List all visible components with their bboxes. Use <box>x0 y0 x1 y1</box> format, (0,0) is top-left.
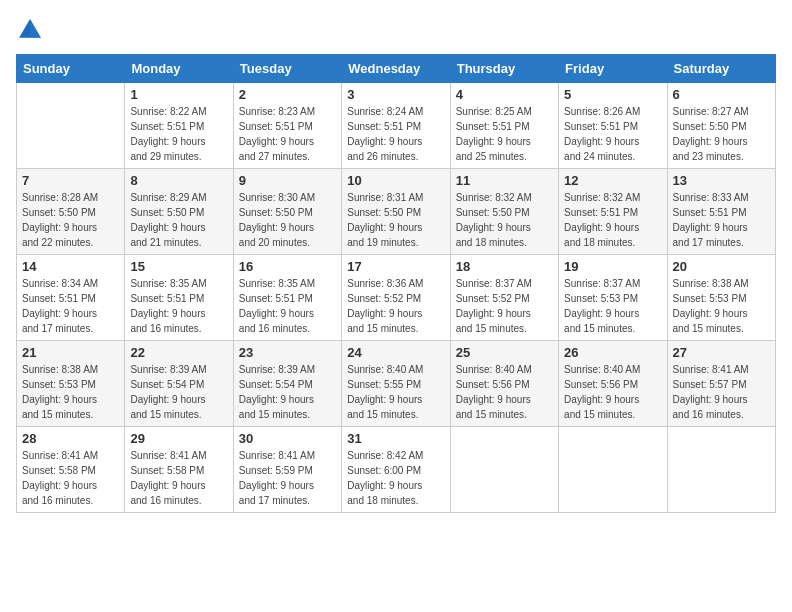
day-info: Sunrise: 8:25 AMSunset: 5:51 PMDaylight:… <box>456 104 553 164</box>
day-number: 19 <box>564 259 661 274</box>
day-number: 7 <box>22 173 119 188</box>
day-info: Sunrise: 8:42 AMSunset: 6:00 PMDaylight:… <box>347 448 444 508</box>
day-info: Sunrise: 8:35 AMSunset: 5:51 PMDaylight:… <box>239 276 336 336</box>
day-number: 13 <box>673 173 770 188</box>
day-number: 11 <box>456 173 553 188</box>
day-number: 1 <box>130 87 227 102</box>
header-cell-thursday: Thursday <box>450 55 558 83</box>
day-number: 3 <box>347 87 444 102</box>
day-number: 23 <box>239 345 336 360</box>
calendar-week-row: 14Sunrise: 8:34 AMSunset: 5:51 PMDayligh… <box>17 255 776 341</box>
day-number: 18 <box>456 259 553 274</box>
calendar-cell <box>450 427 558 513</box>
day-info: Sunrise: 8:32 AMSunset: 5:50 PMDaylight:… <box>456 190 553 250</box>
day-number: 27 <box>673 345 770 360</box>
day-info: Sunrise: 8:40 AMSunset: 5:56 PMDaylight:… <box>456 362 553 422</box>
calendar-cell: 13Sunrise: 8:33 AMSunset: 5:51 PMDayligh… <box>667 169 775 255</box>
calendar-cell: 18Sunrise: 8:37 AMSunset: 5:52 PMDayligh… <box>450 255 558 341</box>
day-number: 5 <box>564 87 661 102</box>
calendar-table: SundayMondayTuesdayWednesdayThursdayFrid… <box>16 54 776 513</box>
day-info: Sunrise: 8:26 AMSunset: 5:51 PMDaylight:… <box>564 104 661 164</box>
day-info: Sunrise: 8:41 AMSunset: 5:57 PMDaylight:… <box>673 362 770 422</box>
calendar-cell: 8Sunrise: 8:29 AMSunset: 5:50 PMDaylight… <box>125 169 233 255</box>
calendar-cell: 19Sunrise: 8:37 AMSunset: 5:53 PMDayligh… <box>559 255 667 341</box>
day-number: 24 <box>347 345 444 360</box>
calendar-header-row: SundayMondayTuesdayWednesdayThursdayFrid… <box>17 55 776 83</box>
calendar-cell: 7Sunrise: 8:28 AMSunset: 5:50 PMDaylight… <box>17 169 125 255</box>
calendar-cell: 5Sunrise: 8:26 AMSunset: 5:51 PMDaylight… <box>559 83 667 169</box>
day-info: Sunrise: 8:41 AMSunset: 5:58 PMDaylight:… <box>130 448 227 508</box>
logo <box>16 16 48 44</box>
day-number: 4 <box>456 87 553 102</box>
day-info: Sunrise: 8:30 AMSunset: 5:50 PMDaylight:… <box>239 190 336 250</box>
day-info: Sunrise: 8:28 AMSunset: 5:50 PMDaylight:… <box>22 190 119 250</box>
day-number: 31 <box>347 431 444 446</box>
day-number: 16 <box>239 259 336 274</box>
calendar-cell: 4Sunrise: 8:25 AMSunset: 5:51 PMDaylight… <box>450 83 558 169</box>
calendar-cell: 28Sunrise: 8:41 AMSunset: 5:58 PMDayligh… <box>17 427 125 513</box>
calendar-cell: 11Sunrise: 8:32 AMSunset: 5:50 PMDayligh… <box>450 169 558 255</box>
page-header <box>16 16 776 44</box>
calendar-cell: 14Sunrise: 8:34 AMSunset: 5:51 PMDayligh… <box>17 255 125 341</box>
day-info: Sunrise: 8:38 AMSunset: 5:53 PMDaylight:… <box>673 276 770 336</box>
logo-icon <box>16 16 44 44</box>
calendar-cell: 31Sunrise: 8:42 AMSunset: 6:00 PMDayligh… <box>342 427 450 513</box>
day-info: Sunrise: 8:35 AMSunset: 5:51 PMDaylight:… <box>130 276 227 336</box>
day-number: 30 <box>239 431 336 446</box>
day-number: 29 <box>130 431 227 446</box>
calendar-cell: 30Sunrise: 8:41 AMSunset: 5:59 PMDayligh… <box>233 427 341 513</box>
day-info: Sunrise: 8:31 AMSunset: 5:50 PMDaylight:… <box>347 190 444 250</box>
calendar-cell: 22Sunrise: 8:39 AMSunset: 5:54 PMDayligh… <box>125 341 233 427</box>
header-cell-tuesday: Tuesday <box>233 55 341 83</box>
day-number: 15 <box>130 259 227 274</box>
calendar-cell <box>559 427 667 513</box>
calendar-cell <box>667 427 775 513</box>
day-number: 2 <box>239 87 336 102</box>
day-info: Sunrise: 8:33 AMSunset: 5:51 PMDaylight:… <box>673 190 770 250</box>
day-number: 8 <box>130 173 227 188</box>
header-cell-friday: Friday <box>559 55 667 83</box>
calendar-cell: 15Sunrise: 8:35 AMSunset: 5:51 PMDayligh… <box>125 255 233 341</box>
calendar-cell: 21Sunrise: 8:38 AMSunset: 5:53 PMDayligh… <box>17 341 125 427</box>
day-info: Sunrise: 8:24 AMSunset: 5:51 PMDaylight:… <box>347 104 444 164</box>
calendar-week-row: 1Sunrise: 8:22 AMSunset: 5:51 PMDaylight… <box>17 83 776 169</box>
day-info: Sunrise: 8:34 AMSunset: 5:51 PMDaylight:… <box>22 276 119 336</box>
calendar-cell: 9Sunrise: 8:30 AMSunset: 5:50 PMDaylight… <box>233 169 341 255</box>
calendar-cell: 16Sunrise: 8:35 AMSunset: 5:51 PMDayligh… <box>233 255 341 341</box>
calendar-week-row: 7Sunrise: 8:28 AMSunset: 5:50 PMDaylight… <box>17 169 776 255</box>
day-info: Sunrise: 8:27 AMSunset: 5:50 PMDaylight:… <box>673 104 770 164</box>
day-info: Sunrise: 8:38 AMSunset: 5:53 PMDaylight:… <box>22 362 119 422</box>
day-number: 26 <box>564 345 661 360</box>
day-info: Sunrise: 8:37 AMSunset: 5:52 PMDaylight:… <box>456 276 553 336</box>
day-info: Sunrise: 8:41 AMSunset: 5:59 PMDaylight:… <box>239 448 336 508</box>
day-number: 25 <box>456 345 553 360</box>
calendar-cell <box>17 83 125 169</box>
calendar-week-row: 21Sunrise: 8:38 AMSunset: 5:53 PMDayligh… <box>17 341 776 427</box>
day-info: Sunrise: 8:40 AMSunset: 5:56 PMDaylight:… <box>564 362 661 422</box>
calendar-cell: 29Sunrise: 8:41 AMSunset: 5:58 PMDayligh… <box>125 427 233 513</box>
svg-marker-1 <box>30 19 41 38</box>
calendar-cell: 20Sunrise: 8:38 AMSunset: 5:53 PMDayligh… <box>667 255 775 341</box>
calendar-cell: 3Sunrise: 8:24 AMSunset: 5:51 PMDaylight… <box>342 83 450 169</box>
day-number: 17 <box>347 259 444 274</box>
day-number: 21 <box>22 345 119 360</box>
calendar-cell: 23Sunrise: 8:39 AMSunset: 5:54 PMDayligh… <box>233 341 341 427</box>
day-number: 22 <box>130 345 227 360</box>
header-cell-wednesday: Wednesday <box>342 55 450 83</box>
calendar-cell: 27Sunrise: 8:41 AMSunset: 5:57 PMDayligh… <box>667 341 775 427</box>
day-number: 28 <box>22 431 119 446</box>
day-number: 6 <box>673 87 770 102</box>
day-number: 10 <box>347 173 444 188</box>
calendar-cell: 6Sunrise: 8:27 AMSunset: 5:50 PMDaylight… <box>667 83 775 169</box>
calendar-cell: 25Sunrise: 8:40 AMSunset: 5:56 PMDayligh… <box>450 341 558 427</box>
day-number: 20 <box>673 259 770 274</box>
day-info: Sunrise: 8:23 AMSunset: 5:51 PMDaylight:… <box>239 104 336 164</box>
day-info: Sunrise: 8:29 AMSunset: 5:50 PMDaylight:… <box>130 190 227 250</box>
calendar-cell: 10Sunrise: 8:31 AMSunset: 5:50 PMDayligh… <box>342 169 450 255</box>
day-info: Sunrise: 8:39 AMSunset: 5:54 PMDaylight:… <box>130 362 227 422</box>
calendar-week-row: 28Sunrise: 8:41 AMSunset: 5:58 PMDayligh… <box>17 427 776 513</box>
day-number: 12 <box>564 173 661 188</box>
day-info: Sunrise: 8:32 AMSunset: 5:51 PMDaylight:… <box>564 190 661 250</box>
day-info: Sunrise: 8:36 AMSunset: 5:52 PMDaylight:… <box>347 276 444 336</box>
calendar-cell: 1Sunrise: 8:22 AMSunset: 5:51 PMDaylight… <box>125 83 233 169</box>
